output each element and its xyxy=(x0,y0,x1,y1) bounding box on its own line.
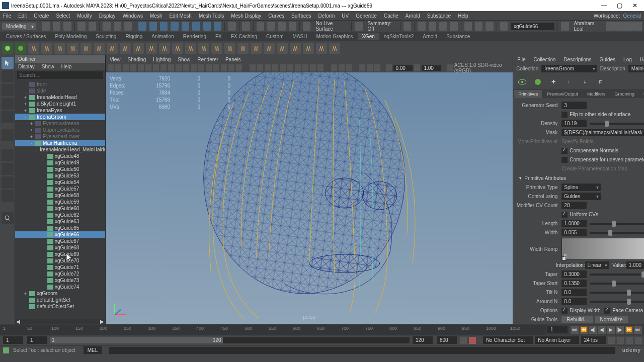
rewind-button[interactable]: ⏮ xyxy=(571,326,579,334)
xgen-move-guide-icon[interactable]: ↓ xyxy=(563,76,575,88)
step-fwd-button[interactable]: |▶ xyxy=(616,326,624,334)
width-ramp[interactable]: RT xyxy=(561,238,644,260)
outliner-item[interactable]: +aiSkyDomeLight1 xyxy=(15,101,105,107)
density-field[interactable]: 10.19 xyxy=(561,120,587,127)
vp-toggle-icon[interactable] xyxy=(198,64,204,71)
paint-select-icon[interactable] xyxy=(124,22,132,31)
vp-menu-item[interactable]: Panels xyxy=(225,57,241,62)
outliner-item[interactable]: xgGuide74 xyxy=(15,284,105,290)
menu-item[interactable]: Curves xyxy=(268,13,284,19)
xgen-guide-a-icon[interactable] xyxy=(610,76,621,88)
outliner-item[interactable]: +xgGroom xyxy=(15,290,105,297)
xgen-flip-guide-icon[interactable]: ⇵ xyxy=(594,76,606,88)
tstart-slider[interactable] xyxy=(590,283,644,285)
symmetry-icon[interactable] xyxy=(355,22,362,31)
vp-shadow-icon[interactable] xyxy=(339,64,345,71)
outliner-menu-item[interactable]: Display xyxy=(18,64,35,69)
range-end-field[interactable]: 800 xyxy=(437,336,457,344)
vp-cm-icon[interactable] xyxy=(447,64,453,71)
normalize-button[interactable]: Normalize xyxy=(595,316,628,323)
outliner-tree[interactable]: frontside+IreenaModelHead+aiSkyDomeLight… xyxy=(15,80,105,319)
command-line[interactable] xyxy=(109,347,615,354)
undo-icon[interactable] xyxy=(77,22,85,31)
vp-toggle-icon[interactable] xyxy=(191,64,197,71)
outliner-item[interactable]: +EyebrowsIreena xyxy=(15,120,105,127)
tab[interactable]: MASH xyxy=(288,33,311,40)
snap-curve-icon[interactable] xyxy=(149,22,157,31)
range-in-field[interactable]: 1 xyxy=(27,336,47,344)
outliner-item[interactable]: xgGuide70 xyxy=(15,257,105,264)
file-save-icon[interactable] xyxy=(63,22,71,31)
select-mode-icon[interactable] xyxy=(103,22,110,31)
menu-item[interactable]: Substance xyxy=(427,13,451,19)
layout-2-icon[interactable] xyxy=(615,22,624,31)
outliner-item[interactable]: front xyxy=(15,81,105,87)
ch-editor-icon[interactable] xyxy=(429,22,436,31)
xgen-add-guide-icon[interactable]: ✚ xyxy=(547,76,559,88)
xgen-menu-item[interactable]: Guides xyxy=(599,57,615,62)
outliner-item[interactable]: xgGuide50 xyxy=(15,166,105,172)
outliner-item[interactable]: xgGuide58 xyxy=(15,192,105,199)
outliner-item[interactable]: defaultObjectSet xyxy=(15,303,105,310)
menu-item[interactable]: Mesh xyxy=(150,13,162,19)
xgen-brush-icon[interactable] xyxy=(41,43,52,54)
animlayer-dropdown[interactable]: No Anim Layer xyxy=(535,336,579,344)
compn-checkbox[interactable] xyxy=(561,148,568,154)
value-field[interactable]: 1.000 xyxy=(626,261,644,269)
xgen-brush-icon[interactable] xyxy=(224,43,235,54)
ctrl-dropdown[interactable]: Guides xyxy=(561,193,601,200)
xgen-brush-icon[interactable] xyxy=(264,43,275,54)
tab[interactable]: Animation xyxy=(147,33,178,40)
outliner-item[interactable]: xgGuide54 xyxy=(15,179,105,186)
tilt-slider[interactable] xyxy=(590,292,644,294)
history-icon[interactable] xyxy=(242,22,250,31)
tab[interactable]: FX xyxy=(211,33,226,40)
scroll-left-icon[interactable]: ◀ xyxy=(16,319,20,324)
vp-display-icon[interactable] xyxy=(257,64,263,71)
xgen-sphere-icon[interactable] xyxy=(15,43,26,54)
ptype-dropdown[interactable]: Spline xyxy=(561,184,601,191)
selection-field[interactable]: xgGuide66 xyxy=(511,23,554,30)
pref1-icon[interactable] xyxy=(608,337,615,344)
charset-dropdown[interactable]: No Character Set xyxy=(483,336,533,344)
outliner-menu-item[interactable]: Show xyxy=(42,64,54,69)
menu-item[interactable]: Create xyxy=(34,13,49,19)
vp-toggle-icon[interactable] xyxy=(153,64,159,71)
mode-dropdown[interactable]: Modeling xyxy=(2,23,36,30)
outliner-item[interactable]: xgGuide71 xyxy=(15,264,105,270)
vp-toggle-icon[interactable] xyxy=(176,64,182,71)
density-slider[interactable] xyxy=(590,123,644,125)
snap-point-icon[interactable] xyxy=(160,22,168,31)
xgen-tab[interactable]: Primitives xyxy=(514,90,542,98)
scroll-right-icon[interactable]: ▶ xyxy=(100,319,104,324)
tab[interactable]: Rendering xyxy=(179,33,210,40)
four-pane-icon[interactable] xyxy=(2,163,14,175)
outliner-item[interactable]: xgGuide66 xyxy=(15,231,105,238)
menu-item[interactable]: Mesh Display xyxy=(231,13,261,19)
lasso-icon[interactable] xyxy=(114,22,121,31)
outliner-item[interactable]: -MainHairIreena xyxy=(15,140,105,146)
ch-graph-icon[interactable] xyxy=(439,22,447,31)
vp-menu-item[interactable]: Shading xyxy=(128,57,146,62)
ch-layers-icon[interactable] xyxy=(450,22,457,31)
vp-display-icon[interactable] xyxy=(272,64,278,71)
outliner-item[interactable]: xgGuide65 xyxy=(15,225,105,231)
layout-1-icon[interactable] xyxy=(606,22,615,31)
tab[interactable]: Sculpting xyxy=(92,33,120,40)
menu-item[interactable]: Arnold xyxy=(406,13,420,19)
vp-toggle-icon[interactable] xyxy=(115,64,121,71)
vp-gamma-icon[interactable] xyxy=(414,64,420,71)
vp-cam-icon[interactable] xyxy=(359,64,365,71)
gamma-field[interactable]: 1.00 xyxy=(422,65,441,71)
taper-slider[interactable] xyxy=(590,274,644,276)
step-back-button[interactable]: ◀| xyxy=(589,326,597,334)
xgen-brush-icon[interactable] xyxy=(54,43,65,54)
menu-item[interactable]: Edit xyxy=(18,13,27,19)
outliner-item[interactable]: -IreenaGroom xyxy=(15,114,105,120)
vp-film-icon[interactable] xyxy=(374,64,380,71)
maximize-button[interactable]: ▢ xyxy=(612,2,626,9)
menu-item[interactable]: Windows xyxy=(122,13,143,19)
xgen-brush-icon[interactable] xyxy=(107,43,118,54)
interp-dropdown[interactable]: Linear xyxy=(585,261,610,269)
vp-ao-icon[interactable] xyxy=(346,64,352,71)
